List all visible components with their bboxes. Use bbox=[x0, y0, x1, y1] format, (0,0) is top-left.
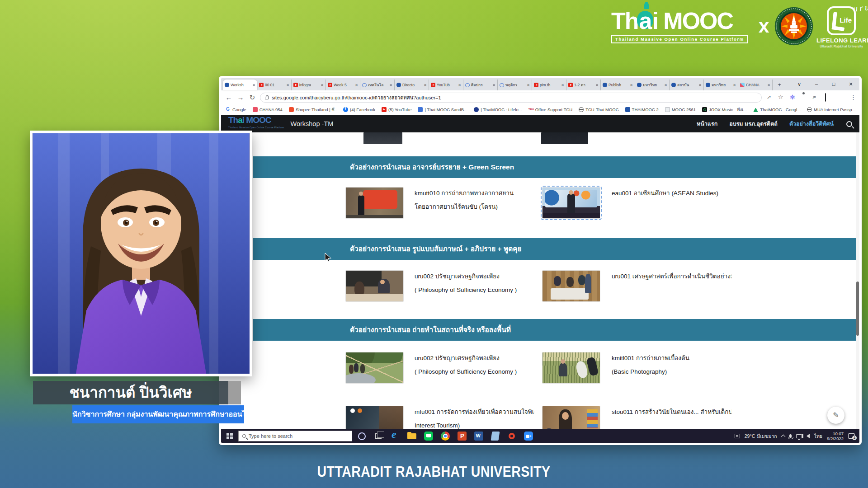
extension-flower-icon[interactable] bbox=[789, 94, 797, 102]
url-text[interactable]: sites.google.com/thaicyberu.go.th/thaimo… bbox=[272, 94, 441, 102]
reload-icon[interactable]: ↻ bbox=[248, 94, 256, 102]
video-thumbnail[interactable] bbox=[346, 188, 403, 218]
line-icon[interactable] bbox=[424, 432, 433, 441]
browser-tab[interactable]: Week 5✕ bbox=[326, 80, 360, 90]
tab-close-icon[interactable]: ✕ bbox=[767, 83, 770, 87]
tab-close-icon[interactable]: ✕ bbox=[733, 83, 736, 87]
forward-icon[interactable]: → bbox=[236, 94, 245, 101]
browser-tab[interactable]: YouTub✕ bbox=[429, 80, 463, 90]
bookmark-item[interactable]: (4) Facebook bbox=[343, 107, 375, 112]
cortana-icon[interactable] bbox=[358, 432, 366, 440]
site-nav-item[interactable]: อบรม มรภ.อุตรดิตถ์ bbox=[729, 119, 778, 128]
notification-center-icon[interactable]: 2 bbox=[848, 433, 855, 439]
tab-close-icon[interactable]: ✕ bbox=[595, 83, 599, 87]
site-search-icon[interactable] bbox=[846, 121, 852, 127]
tab-close-icon[interactable]: ✕ bbox=[321, 83, 324, 87]
speaker-icon[interactable] bbox=[807, 434, 810, 438]
browser-tab[interactable]: เทคโนโล✕ bbox=[360, 80, 395, 90]
touch-keyboard-icon[interactable] bbox=[735, 434, 740, 438]
menu-dots-icon[interactable] bbox=[848, 94, 856, 102]
bookmark-item[interactable]: Google bbox=[226, 107, 246, 112]
tab-close-icon[interactable]: ✕ bbox=[698, 83, 702, 87]
tab-close-icon[interactable]: ✕ bbox=[527, 83, 530, 87]
browser-tab[interactable]: infogra✕ bbox=[292, 80, 326, 90]
browser-tab[interactable]: Worksh✕ bbox=[223, 80, 257, 90]
tab-close-icon[interactable]: ✕ bbox=[664, 83, 667, 87]
tab-close-icon[interactable]: ✕ bbox=[286, 83, 289, 87]
minimize-button[interactable]: – bbox=[808, 78, 825, 90]
bookmark-item[interactable]: MOOC 2561 bbox=[665, 107, 696, 112]
notes-icon[interactable] bbox=[491, 432, 500, 441]
language-indicator[interactable]: ไทย bbox=[814, 432, 822, 440]
address-bar[interactable]: sites.google.com/thaicyberu.go.th/thaimo… bbox=[260, 93, 762, 103]
browser-tab[interactable]: 00 01✕ bbox=[257, 80, 292, 90]
bookmark-item[interactable]: CHANA 954 bbox=[253, 107, 283, 112]
bookmark-item[interactable]: Shopee Thailand | ช้.. bbox=[289, 106, 337, 113]
video-thumbnail[interactable] bbox=[542, 406, 600, 429]
playlist-icon[interactable] bbox=[812, 94, 821, 102]
video-thumbnail[interactable] bbox=[346, 352, 403, 383]
bookmark-item[interactable]: | ThaiMOOC : Lifelo... bbox=[474, 107, 522, 112]
video-thumbnail[interactable] bbox=[542, 188, 600, 218]
word-icon[interactable] bbox=[474, 432, 483, 441]
browser-tab[interactable]: Directo✕ bbox=[395, 80, 429, 90]
partial-video-thumbnail[interactable] bbox=[363, 132, 402, 144]
browser-tab[interactable]: 1-2 ตา✕ bbox=[566, 80, 601, 90]
weather-widget[interactable]: 29°C มีเมฆมาก bbox=[745, 432, 777, 440]
chrome-icon[interactable] bbox=[441, 432, 450, 441]
bookmark-item[interactable]: Office Support TCU bbox=[528, 107, 573, 112]
tab-close-icon[interactable]: ✕ bbox=[561, 83, 564, 87]
site-nav-item[interactable]: ตัวอย่างสื่อวีดิทัศน์ bbox=[789, 119, 834, 128]
maximize-button[interactable]: □ bbox=[825, 78, 842, 90]
tab-close-icon[interactable]: ✕ bbox=[458, 83, 461, 87]
tray-expand-icon[interactable] bbox=[781, 435, 785, 439]
bookmark-item[interactable]: (5) YouTube bbox=[382, 107, 411, 112]
share-icon[interactable] bbox=[765, 94, 774, 102]
bookmark-item[interactable]: TCU-Thai MOOC bbox=[579, 107, 618, 112]
clock[interactable]: 10:07 9/2/2022 bbox=[827, 431, 844, 441]
bookmark-item[interactable]: | Thai MOOC SandB... bbox=[418, 107, 467, 112]
bookmark-item[interactable]: THAIMOOC 2 bbox=[625, 107, 659, 112]
video-thumbnail[interactable]: Gastronomy Tourism bbox=[346, 406, 403, 429]
edit-fab-button[interactable]: ✎ bbox=[827, 407, 844, 424]
tab-close-icon[interactable]: ✕ bbox=[252, 83, 255, 87]
microphone-icon[interactable] bbox=[789, 434, 792, 438]
tab-close-icon[interactable]: ✕ bbox=[389, 83, 392, 87]
start-button[interactable] bbox=[221, 429, 238, 443]
powerpoint-icon[interactable] bbox=[458, 432, 467, 441]
browser-tab[interactable]: พฤติกร✕ bbox=[498, 80, 532, 90]
close-button[interactable]: ✕ bbox=[842, 78, 859, 90]
tab-close-icon[interactable]: ✕ bbox=[355, 83, 358, 87]
back-icon[interactable]: ← bbox=[225, 94, 233, 101]
display-network-icon[interactable] bbox=[796, 434, 802, 438]
tab-close-icon[interactable]: ✕ bbox=[630, 83, 633, 87]
new-tab-button[interactable]: + bbox=[774, 80, 784, 90]
edge-icon[interactable] bbox=[390, 431, 401, 441]
browser-tab[interactable]: Publish✕ bbox=[601, 80, 635, 90]
bookmark-item[interactable]: MUA Internet Passp... bbox=[807, 107, 855, 112]
browser-tab[interactable]: มหาวิทย✕ bbox=[635, 80, 670, 90]
browser-tab[interactable]: CHANA✕ bbox=[738, 80, 773, 90]
zoom-icon[interactable] bbox=[524, 432, 533, 441]
video-thumbnail[interactable] bbox=[542, 352, 600, 383]
scrollbar[interactable] bbox=[856, 132, 859, 429]
reading-mode-icon[interactable] bbox=[825, 93, 826, 102]
bookmark-item[interactable]: ThaiMOOC - Googl... bbox=[753, 107, 801, 112]
tab-search-chevron-icon[interactable]: ∨ bbox=[791, 78, 808, 90]
partial-video-thumbnail[interactable] bbox=[541, 132, 588, 144]
tab-close-icon[interactable]: ✕ bbox=[492, 83, 495, 87]
task-view-icon[interactable] bbox=[375, 433, 382, 439]
site-nav-item[interactable]: หน้าแรก bbox=[697, 119, 717, 128]
browser-tab[interactable]: ศิลปกร✕ bbox=[463, 80, 498, 90]
site-logo[interactable]: Thai MOOCThailand Massive Open Online Co… bbox=[228, 117, 284, 131]
explorer-icon[interactable] bbox=[407, 433, 416, 439]
video-thumbnail[interactable] bbox=[346, 271, 403, 301]
video-thumbnail[interactable] bbox=[542, 271, 600, 301]
scrollbar-thumb[interactable] bbox=[856, 282, 859, 336]
browser-tab[interactable]: มหาวิทย✕ bbox=[704, 80, 738, 90]
opera-icon[interactable] bbox=[509, 433, 515, 439]
bookmark-item[interactable]: JOOX Music - ฟังเ... bbox=[702, 106, 747, 113]
tab-close-icon[interactable]: ✕ bbox=[424, 83, 427, 87]
browser-tab[interactable]: pim.th✕ bbox=[532, 80, 566, 90]
bookmark-star-icon[interactable] bbox=[777, 94, 785, 102]
